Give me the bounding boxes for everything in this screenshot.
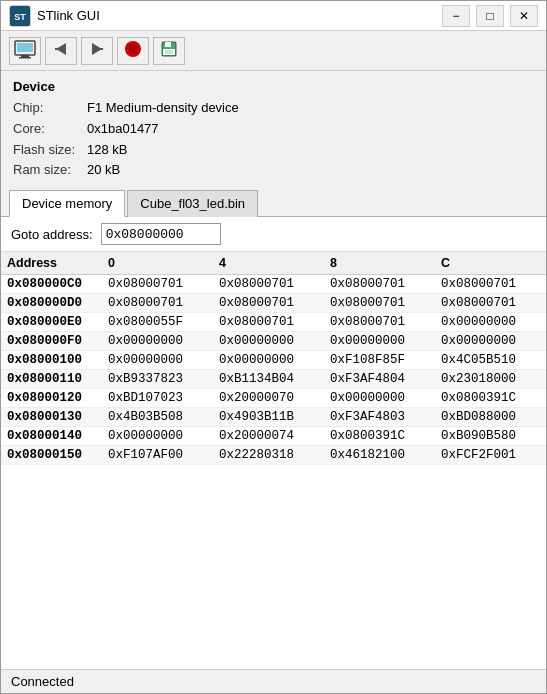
connect-icon bbox=[14, 39, 36, 63]
cell-value: 0x08000701 bbox=[213, 313, 324, 332]
stop-icon bbox=[124, 40, 142, 62]
main-window: ST STlink GUI − □ ✕ bbox=[0, 0, 547, 694]
title-bar: ST STlink GUI − □ ✕ bbox=[1, 1, 546, 31]
cell-value: 0x08000701 bbox=[102, 275, 213, 294]
cell-value: 0x00000000 bbox=[213, 332, 324, 351]
cell-value: 0x00000000 bbox=[435, 332, 546, 351]
col-header-8: 8 bbox=[324, 252, 435, 275]
tab-device-memory[interactable]: Device memory bbox=[9, 190, 125, 217]
table-row: 0x080001200xBD1070230x200000700x00000000… bbox=[1, 389, 546, 408]
cell-address: 0x080000E0 bbox=[1, 313, 102, 332]
col-header-c: C bbox=[435, 252, 546, 275]
table-row: 0x080000F00x000000000x000000000x00000000… bbox=[1, 332, 546, 351]
cell-address: 0x08000140 bbox=[1, 427, 102, 446]
tab-bar: Device memory Cube_fl03_led.bin bbox=[1, 189, 546, 217]
cell-address: 0x08000120 bbox=[1, 389, 102, 408]
stop-button[interactable] bbox=[117, 37, 149, 65]
svg-rect-7 bbox=[55, 48, 58, 50]
svg-text:ST: ST bbox=[14, 12, 26, 22]
table-row: 0x080001100xB93378230xB1134B040xF3AF4804… bbox=[1, 370, 546, 389]
cell-value: 0xF107AF00 bbox=[102, 446, 213, 465]
goto-input[interactable] bbox=[101, 223, 221, 245]
cell-value: 0x08000701 bbox=[102, 294, 213, 313]
arrow-forward-button[interactable] bbox=[81, 37, 113, 65]
table-row: 0x080000E00x0800055F0x080007010x08000701… bbox=[1, 313, 546, 332]
table-row: 0x080000D00x080007010x080007010x08000701… bbox=[1, 294, 546, 313]
cell-value: 0x46182100 bbox=[324, 446, 435, 465]
cell-value: 0x08000701 bbox=[435, 294, 546, 313]
cell-value: 0x00000000 bbox=[102, 351, 213, 370]
flash-label: Flash size: bbox=[13, 140, 83, 161]
cell-value: 0x00000000 bbox=[435, 313, 546, 332]
ram-label: Ram size: bbox=[13, 160, 83, 181]
arrow-forward-icon bbox=[88, 40, 106, 62]
svg-rect-4 bbox=[21, 55, 29, 57]
cell-address: 0x08000110 bbox=[1, 370, 102, 389]
svg-rect-9 bbox=[100, 48, 103, 50]
cell-value: 0x08000701 bbox=[324, 275, 435, 294]
memory-table: Address 0 4 8 C 0x080000C00x080007010x08… bbox=[1, 252, 546, 465]
device-ram-row: Ram size: 20 kB bbox=[13, 160, 534, 181]
cell-address: 0x080000C0 bbox=[1, 275, 102, 294]
cell-address: 0x08000130 bbox=[1, 408, 102, 427]
col-header-address: Address bbox=[1, 252, 102, 275]
cell-value: 0x08000701 bbox=[213, 294, 324, 313]
cell-address: 0x08000100 bbox=[1, 351, 102, 370]
cell-value: 0x20000070 bbox=[213, 389, 324, 408]
device-section-title: Device bbox=[13, 79, 534, 94]
cell-value: 0xF3AF4803 bbox=[324, 408, 435, 427]
cell-value: 0xBD107023 bbox=[102, 389, 213, 408]
flash-value: 128 kB bbox=[87, 140, 127, 161]
cell-value: 0xB1134B04 bbox=[213, 370, 324, 389]
memory-table-wrap[interactable]: Address 0 4 8 C 0x080000C00x080007010x08… bbox=[1, 252, 546, 669]
goto-row: Goto address: bbox=[1, 217, 546, 252]
cell-value: 0x4C05B510 bbox=[435, 351, 546, 370]
cell-value: 0x4903B11B bbox=[213, 408, 324, 427]
table-row: 0x080001000x000000000x000000000xF108F85F… bbox=[1, 351, 546, 370]
col-header-0: 0 bbox=[102, 252, 213, 275]
ram-value: 20 kB bbox=[87, 160, 120, 181]
device-chip-row: Chip: F1 Medium-density device bbox=[13, 98, 534, 119]
core-value: 0x1ba01477 bbox=[87, 119, 159, 140]
col-header-4: 4 bbox=[213, 252, 324, 275]
cell-address: 0x080000D0 bbox=[1, 294, 102, 313]
cell-value: 0x20000074 bbox=[213, 427, 324, 446]
device-flash-row: Flash size: 128 kB bbox=[13, 140, 534, 161]
cell-address: 0x080000F0 bbox=[1, 332, 102, 351]
core-label: Core: bbox=[13, 119, 83, 140]
svg-rect-13 bbox=[165, 42, 171, 47]
status-bar: Connected bbox=[1, 669, 546, 693]
cell-value: 0x4B03B508 bbox=[102, 408, 213, 427]
svg-rect-3 bbox=[17, 43, 33, 52]
cell-value: 0x00000000 bbox=[102, 332, 213, 351]
window-title: STlink GUI bbox=[37, 8, 442, 23]
table-row: 0x080001400x000000000x200000740x0800391C… bbox=[1, 427, 546, 446]
cell-value: 0x0800391C bbox=[435, 389, 546, 408]
minimize-button[interactable]: − bbox=[442, 5, 470, 27]
device-core-row: Core: 0x1ba01477 bbox=[13, 119, 534, 140]
cell-value: 0x08000701 bbox=[324, 294, 435, 313]
tab-cube-file[interactable]: Cube_fl03_led.bin bbox=[127, 190, 258, 217]
arrow-back-button[interactable] bbox=[45, 37, 77, 65]
save-button[interactable] bbox=[153, 37, 185, 65]
cell-value: 0x0800391C bbox=[324, 427, 435, 446]
svg-rect-11 bbox=[129, 45, 137, 53]
cell-value: 0x08000701 bbox=[324, 313, 435, 332]
svg-rect-5 bbox=[19, 57, 31, 59]
cell-value: 0x22280318 bbox=[213, 446, 324, 465]
chip-label: Chip: bbox=[13, 98, 83, 119]
close-button[interactable]: ✕ bbox=[510, 5, 538, 27]
cell-value: 0x00000000 bbox=[102, 427, 213, 446]
goto-label: Goto address: bbox=[11, 227, 93, 242]
cell-value: 0x00000000 bbox=[324, 332, 435, 351]
arrow-back-icon bbox=[52, 40, 70, 62]
svg-rect-15 bbox=[165, 50, 173, 54]
device-info: Device Chip: F1 Medium-density device Co… bbox=[1, 71, 546, 189]
maximize-button[interactable]: □ bbox=[476, 5, 504, 27]
toolbar bbox=[1, 31, 546, 71]
table-row: 0x080001500xF107AF000x222803180x46182100… bbox=[1, 446, 546, 465]
cell-value: 0xB090B580 bbox=[435, 427, 546, 446]
save-icon bbox=[160, 40, 178, 62]
connect-button[interactable] bbox=[9, 37, 41, 65]
table-header-row: Address 0 4 8 C bbox=[1, 252, 546, 275]
